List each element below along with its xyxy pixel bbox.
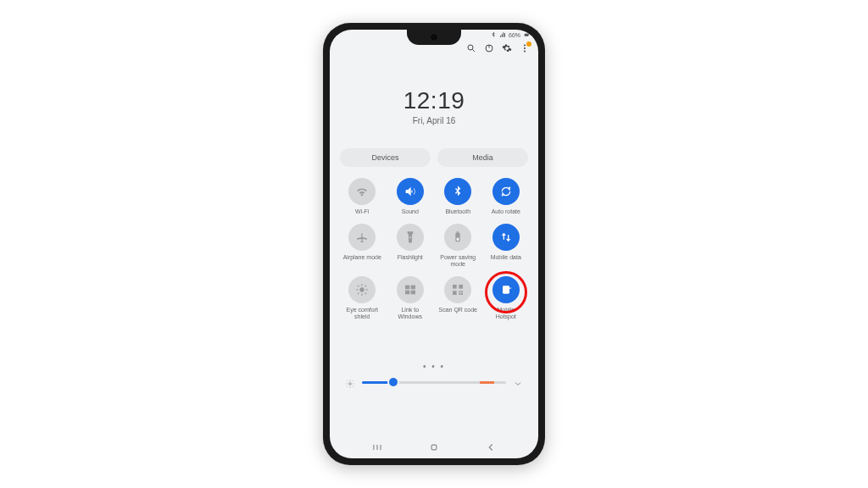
battery-icon — [523, 31, 530, 39]
tile-powersave[interactable]: Power saving mode — [436, 224, 481, 268]
svg-rect-10 — [457, 231, 459, 232]
tile-sound[interactable]: Sound — [388, 178, 433, 215]
tile-label: Mobile data — [491, 254, 521, 261]
quick-settings-grid: Wi-FiSoundBluetoothAuto rotateAirplane m… — [340, 178, 528, 320]
bluetooth-status-icon — [490, 31, 497, 39]
tile-label: Scan QR code — [438, 307, 477, 313]
quick-panel-top-icons — [466, 43, 530, 53]
tile-label: Eye comfort shield — [342, 307, 381, 320]
tile-autorotate[interactable]: Auto rotate — [484, 178, 529, 215]
brightness-row — [345, 377, 523, 387]
svg-line-41 — [347, 386, 348, 387]
tile-label: Power saving mode — [438, 254, 477, 268]
svg-point-2 — [468, 45, 473, 50]
page-indicator[interactable]: • • • — [330, 362, 538, 371]
svg-point-34 — [348, 382, 352, 385]
powersave-icon — [444, 224, 471, 251]
notification-dot-icon — [526, 42, 531, 47]
svg-rect-46 — [431, 445, 437, 450]
airplane-icon — [348, 224, 376, 251]
svg-rect-28 — [459, 291, 461, 292]
tile-bluetooth[interactable]: Bluetooth — [436, 178, 481, 215]
settings-gear-icon[interactable] — [502, 43, 512, 53]
svg-line-19 — [358, 293, 359, 294]
media-button[interactable]: Media — [437, 148, 528, 167]
svg-rect-26 — [459, 285, 464, 289]
svg-rect-27 — [453, 291, 457, 295]
display-notch — [407, 30, 461, 45]
power-icon[interactable] — [484, 43, 494, 53]
search-icon[interactable] — [466, 43, 476, 53]
brightness-slider[interactable] — [362, 381, 506, 384]
more-icon[interactable] — [520, 43, 530, 53]
linkwindows-icon — [397, 276, 424, 303]
nav-back[interactable] — [485, 441, 497, 453]
media-label: Media — [472, 153, 493, 162]
svg-line-42 — [353, 380, 353, 381]
svg-rect-24 — [410, 291, 415, 295]
svg-rect-25 — [453, 285, 457, 289]
tile-airplane[interactable]: Airplane mode — [340, 224, 385, 268]
tile-wifi[interactable]: Wi-Fi — [340, 178, 385, 215]
svg-line-18 — [365, 293, 366, 294]
devices-label: Devices — [371, 153, 398, 162]
svg-point-12 — [360, 287, 364, 291]
svg-rect-29 — [461, 293, 463, 295]
signal-icon — [499, 31, 506, 39]
hotspot-icon — [492, 276, 520, 303]
svg-point-8 — [524, 51, 526, 53]
tile-label: Mobile Hotspot — [487, 307, 526, 320]
phone-screen: 66% 12:19 Fri, April 16 Devices Media Wi… — [330, 30, 538, 458]
tile-label: Auto rotate — [492, 208, 520, 215]
devices-media-row: Devices Media — [340, 148, 528, 167]
svg-rect-0 — [525, 34, 529, 36]
tile-scanqr[interactable]: Scan QR code — [436, 276, 481, 320]
tile-flashlight[interactable]: Flashlight — [388, 224, 433, 268]
sound-icon — [397, 178, 424, 205]
svg-rect-30 — [459, 293, 461, 295]
phone-frame: 66% 12:19 Fri, April 16 Devices Media Wi… — [323, 23, 545, 465]
tile-label: Airplane mode — [343, 254, 381, 261]
svg-line-3 — [473, 50, 476, 53]
svg-line-20 — [365, 286, 366, 286]
svg-line-40 — [353, 386, 353, 387]
svg-rect-22 — [410, 286, 415, 290]
bluetooth-icon — [444, 178, 471, 205]
svg-point-6 — [524, 45, 526, 47]
svg-line-17 — [358, 286, 359, 286]
svg-rect-11 — [457, 238, 459, 241]
brightness-expand-icon[interactable] — [513, 377, 523, 387]
tile-linkwindows[interactable]: Link to Windows — [388, 276, 433, 320]
scanqr-icon — [444, 276, 471, 303]
flashlight-icon — [397, 224, 424, 251]
svg-rect-23 — [405, 291, 409, 295]
svg-line-39 — [347, 380, 348, 381]
clock-block: 12:19 Fri, April 16 — [330, 87, 538, 125]
tile-mobiledata[interactable]: Mobile data — [484, 224, 529, 268]
clock-time: 12:19 — [330, 87, 538, 114]
svg-rect-31 — [461, 291, 463, 292]
eyecomfort-icon — [348, 276, 376, 303]
tile-hotspot[interactable]: Mobile Hotspot — [484, 276, 529, 320]
tile-label: Flashlight — [398, 254, 423, 261]
brightness-sun-icon — [345, 377, 355, 387]
front-camera — [430, 33, 438, 42]
wifi-icon — [348, 178, 376, 205]
autorotate-icon — [492, 178, 520, 205]
tile-eyecomfort[interactable]: Eye comfort shield — [340, 276, 385, 320]
status-bar: 66% — [490, 31, 530, 39]
tile-label: Bluetooth — [445, 208, 470, 215]
battery-level: 66% — [509, 32, 520, 38]
devices-button[interactable]: Devices — [340, 148, 431, 167]
tile-label: Wi-Fi — [355, 208, 369, 215]
svg-point-7 — [524, 47, 526, 49]
clock-date: Fri, April 16 — [330, 116, 538, 125]
android-navbar — [330, 441, 538, 453]
svg-rect-21 — [405, 286, 409, 290]
brightness-thumb[interactable] — [389, 378, 398, 386]
tile-label: Sound — [402, 208, 419, 215]
nav-home[interactable] — [428, 441, 440, 453]
mobiledata-icon — [492, 224, 520, 251]
nav-recents[interactable] — [371, 441, 383, 453]
tile-label: Link to Windows — [391, 307, 430, 320]
